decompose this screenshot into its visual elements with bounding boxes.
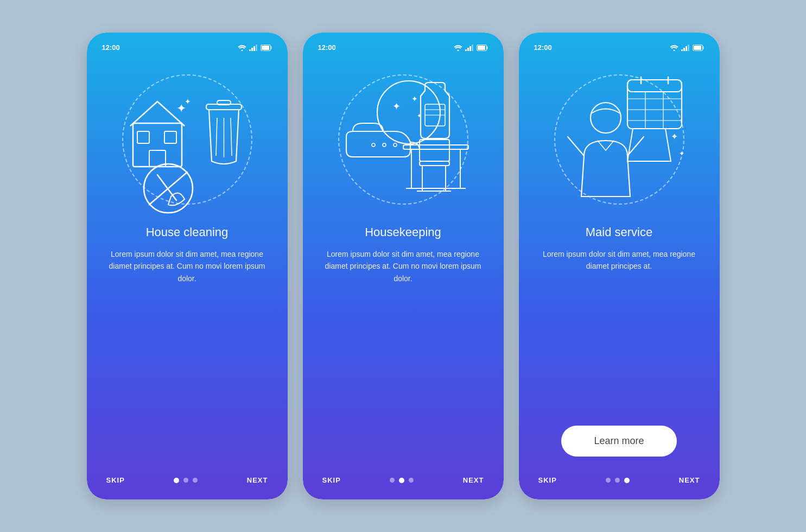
- dot-3-1: [606, 478, 611, 483]
- status-icons-3: [670, 45, 705, 51]
- next-button-1[interactable]: NEXT: [247, 476, 268, 484]
- dot-2-3: [409, 478, 414, 483]
- skip-button-1[interactable]: SKIP: [106, 476, 125, 484]
- screen-title-1: House cleaning: [146, 225, 229, 239]
- dots-2: [390, 478, 414, 483]
- phone-screen-1: 12:00: [87, 33, 288, 499]
- dots-1: [174, 478, 198, 483]
- status-icons-2: [454, 45, 488, 51]
- screen-desc-3: Lorem ipsum dolor sit dim amet, mea regi…: [534, 248, 705, 273]
- status-time-2: 12:00: [318, 43, 336, 52]
- signal-icon-2: [465, 45, 474, 51]
- bottom-nav-3: SKIP NEXT: [534, 476, 705, 484]
- battery-icon: [261, 45, 272, 51]
- dot-3-2: [615, 478, 620, 483]
- icon-area-2: ✦ ✦ ✦: [327, 64, 479, 216]
- status-time-1: 12:00: [102, 43, 120, 52]
- svg-point-47: [673, 49, 675, 51]
- dot-1-2: [183, 478, 188, 483]
- svg-rect-1: [249, 49, 251, 51]
- svg-rect-27: [478, 46, 485, 50]
- screen-title-2: Housekeeping: [365, 225, 441, 239]
- svg-rect-4: [256, 45, 257, 51]
- svg-rect-22: [465, 49, 467, 51]
- svg-point-21: [457, 49, 459, 51]
- status-icons-1: [238, 45, 272, 51]
- dot-1-3: [193, 478, 198, 483]
- phone-screen-3: 12:00: [519, 33, 720, 499]
- phone-screen-2: 12:00: [303, 33, 504, 499]
- screen-title-3: Maid service: [586, 225, 652, 239]
- icon-area-1: ✦ ✦: [111, 64, 263, 216]
- signal-icon-3: [681, 45, 690, 51]
- dot-3-3: [624, 478, 630, 483]
- svg-point-0: [241, 49, 243, 51]
- screen-desc-1: Lorem ipsum dolor sit dim amet, mea regi…: [102, 248, 272, 284]
- dot-2-2: [399, 478, 404, 483]
- dot-2-1: [390, 478, 395, 483]
- status-bar-3: 12:00: [534, 43, 705, 52]
- svg-rect-23: [467, 48, 469, 51]
- signal-icon: [249, 45, 258, 51]
- svg-rect-50: [686, 46, 687, 51]
- next-button-2[interactable]: NEXT: [463, 476, 484, 484]
- svg-rect-51: [688, 45, 689, 51]
- bottom-nav-2: SKIP NEXT: [318, 476, 488, 484]
- svg-rect-24: [469, 46, 471, 51]
- skip-button-3[interactable]: SKIP: [538, 476, 557, 484]
- skip-button-2[interactable]: SKIP: [322, 476, 341, 484]
- learn-more-button[interactable]: Learn more: [561, 426, 676, 457]
- dashed-circle-3: [554, 74, 684, 205]
- screen-desc-2: Lorem ipsum dolor sit dim amet, mea regi…: [318, 248, 488, 284]
- dashed-circle-2: [338, 74, 468, 205]
- dots-3: [606, 478, 630, 483]
- svg-rect-48: [681, 49, 683, 51]
- svg-rect-53: [694, 46, 701, 50]
- bottom-nav-1: SKIP NEXT: [102, 476, 272, 484]
- svg-rect-49: [683, 48, 685, 51]
- icon-area-3: ✦ ✦: [543, 64, 695, 216]
- wifi-icon: [238, 45, 246, 51]
- svg-rect-2: [251, 48, 253, 51]
- wifi-icon-2: [454, 45, 462, 51]
- battery-icon-2: [477, 45, 488, 51]
- battery-icon-3: [693, 45, 705, 51]
- svg-rect-6: [262, 46, 269, 50]
- wifi-icon-3: [670, 45, 678, 51]
- screens-container: 12:00: [87, 33, 720, 499]
- svg-rect-3: [253, 46, 255, 51]
- status-bar-2: 12:00: [318, 43, 488, 52]
- next-button-3[interactable]: NEXT: [679, 476, 700, 484]
- dashed-circle-1: [122, 74, 252, 205]
- dot-1-1: [174, 478, 179, 483]
- status-bar-1: 12:00: [102, 43, 272, 52]
- status-time-3: 12:00: [534, 43, 552, 52]
- svg-rect-25: [472, 45, 473, 51]
